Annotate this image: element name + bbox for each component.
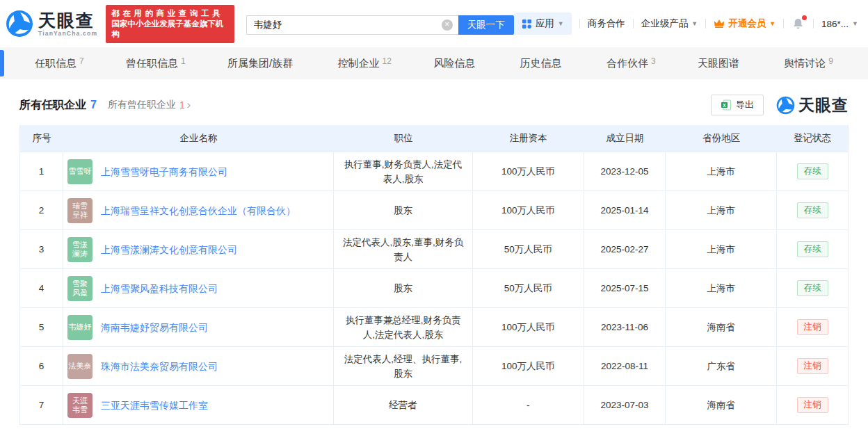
date-cell: 2023-12-05 [584, 152, 666, 191]
divider [579, 19, 580, 29]
apps-menu[interactable]: 应用 ▼ [514, 13, 572, 35]
positions-table: 序号 企业名称 职位 注册资本 成立日期 省份地区 登记状态 1 雪雪呀 上海雪… [19, 125, 849, 425]
row-index: 5 [20, 308, 63, 346]
divider [633, 19, 634, 29]
company-name-link[interactable]: 三亚天涯韦雪传媒工作室 [101, 398, 208, 412]
table-row: 4 雪聚 风盈 上海雪聚风盈科技有限公司 股东 50万人民币 2025-07-1… [20, 268, 848, 307]
status-badge: 存续 [797, 163, 828, 179]
col-header-province: 省份地区 [666, 125, 777, 152]
notification-dot [802, 15, 807, 20]
business-cooperation-link[interactable]: 商务合作 [588, 17, 625, 30]
position-cell: 执行董事,财务负责人,法定代表人,股东 [334, 152, 473, 191]
tab-count: 12 [383, 56, 392, 66]
notifications-bell[interactable] [791, 16, 805, 31]
status-badge: 注销 [797, 397, 828, 413]
row-index: 2 [20, 191, 63, 229]
row-index: 3 [20, 230, 63, 268]
capital-cell: 100万人民币 [473, 308, 584, 346]
top-header: 天眼查 TianYanCha.com 都在用的商业查询工具 国家中小企业发展子基… [0, 0, 868, 47]
capital-cell: 100万人民币 [473, 347, 584, 385]
vip-upgrade-link[interactable]: 开通会员 ▼ [714, 17, 775, 30]
section-title: 所有任职企业 [19, 98, 86, 113]
table-row: 5 韦婕妤 海南韦婕妤贸易有限公司 执行董事兼总经理,财务负责人,法定代表人,股… [20, 307, 848, 346]
province-cell: 上海市 [666, 269, 777, 307]
watermark-text: 天眼查 [798, 95, 849, 116]
search-input[interactable] [246, 15, 458, 35]
col-header-index: 序号 [20, 125, 63, 152]
chevron-down-icon: ▼ [558, 20, 564, 27]
top-nav: 应用 ▼ 商务合作 企业级产品 ▼ 开通会员 ▼ [514, 13, 858, 35]
row-index: 7 [20, 386, 63, 424]
province-cell: 海南省 [666, 386, 777, 424]
date-cell: 2022-08-11 [584, 347, 666, 385]
chevron-down-icon: ▼ [769, 20, 775, 27]
province-cell: 上海市 [666, 191, 777, 229]
tab-count: 9 [828, 56, 833, 66]
company-name-link[interactable]: 上海雪聚风盈科技有限公司 [101, 282, 218, 296]
date-cell: 2025-01-14 [584, 191, 666, 229]
company-name-link[interactable]: 上海雪雪呀电子商务有限公司 [101, 165, 227, 179]
position-cell: 法定代表人,股东,董事,财务负责人 [334, 230, 473, 268]
col-header-capital: 注册资本 [473, 125, 584, 152]
capital-cell: 50万人民币 [473, 230, 584, 268]
company-name-link[interactable]: 上海雪漾澜涛文化创意有限公司 [101, 243, 237, 257]
date-cell: 2023-11-06 [584, 308, 666, 346]
capital-cell: 50万人民币 [473, 269, 584, 307]
chevron-down-icon: ▼ [852, 20, 858, 27]
province-cell: 上海市 [666, 230, 777, 268]
company-name-link[interactable]: 珠海市法美奈贸易有限公司 [101, 359, 218, 373]
company-avatar: 韦婕妤 [67, 315, 93, 340]
company-avatar: 雪漾 澜涛 [67, 237, 93, 262]
company-avatar: 雪雪呀 [67, 159, 93, 184]
status-badge: 存续 [797, 280, 828, 296]
status-badge: 注销 [797, 319, 828, 335]
table-body: 1 雪雪呀 上海雪雪呀电子商务有限公司 执行董事,财务负责人,法定代表人,股东 … [20, 152, 848, 424]
col-header-position: 职位 [334, 125, 473, 152]
tab-count: 7 [79, 56, 84, 66]
position-cell: 执行董事兼总经理,财务负责人,法定代表人,股东 [334, 308, 473, 346]
table-row: 6 法美奈 珠海市法美奈贸易有限公司 法定代表人,经理、执行董事,股东 100万… [20, 346, 848, 385]
promo-badge: 都在用的商业查询工具 国家中小企业发展子基金旗下机构 [106, 5, 234, 43]
chevron-right-icon: › [187, 100, 191, 110]
tab-count: 1 [181, 56, 186, 66]
col-header-company: 企业名称 [63, 125, 334, 152]
side-accent-strip [0, 50, 4, 76]
section-title-count: 7 [90, 99, 97, 111]
chevron-down-icon: ▼ [691, 20, 698, 27]
logo-subtitle: TianYanCha.com [38, 30, 97, 37]
clear-icon[interactable]: × [442, 19, 453, 31]
province-cell: 广东省 [666, 347, 777, 385]
date-cell: 2023-07-03 [584, 386, 666, 424]
promo-line1: 都在用的商业查询工具 [111, 8, 229, 19]
positions-section: 所有任职企业 7 所有曾任职企业 1 › X 导出 [0, 79, 868, 425]
table-row: 2 瑞雪 呈祥 上海瑞雪呈祥文化创意合伙企业（有限合伙） 股东 100万人民币 … [20, 191, 848, 229]
tab-count: 3 [651, 56, 656, 66]
position-cell: 法定代表人,经理、执行董事,股东 [334, 347, 473, 385]
company-avatar: 瑞雪 呈祥 [67, 198, 93, 223]
position-cell: 经营者 [334, 386, 473, 424]
former-positions-link[interactable]: 所有曾任职企业 1 › [108, 99, 191, 111]
company-avatar: 法美奈 [67, 354, 93, 379]
divider [813, 19, 814, 29]
tianyancha-logo[interactable]: 天眼查 TianYanCha.com [6, 10, 97, 38]
row-index: 1 [20, 152, 63, 191]
search-button[interactable]: 天眼一下 [458, 15, 514, 35]
divider [705, 19, 706, 29]
company-avatar: 天涯 韦雪 [67, 393, 93, 418]
company-name-link[interactable]: 上海瑞雪呈祥文化创意合伙企业（有限合伙） [101, 204, 296, 218]
tianyancha-swirl-icon [6, 10, 33, 38]
search-area: × 天眼一下 [246, 11, 514, 35]
divider [783, 19, 784, 29]
company-name-link[interactable]: 海南韦婕妤贸易有限公司 [101, 321, 208, 334]
user-phone: 186*... [821, 19, 849, 29]
date-cell: 2025-07-15 [584, 269, 666, 307]
export-button[interactable]: X 导出 [711, 95, 764, 115]
excel-icon: X [721, 99, 732, 111]
enterprise-products-menu[interactable]: 企业级产品 ▼ [641, 17, 698, 30]
col-header-status: 登记状态 [777, 125, 848, 152]
status-badge: 存续 [797, 241, 828, 257]
position-cell: 股东 [334, 269, 473, 307]
capital-cell: 100万人民币 [473, 191, 584, 229]
user-account-menu[interactable]: 186*... ▼ [821, 19, 858, 29]
capital-cell: 100万人民币 [473, 152, 584, 191]
